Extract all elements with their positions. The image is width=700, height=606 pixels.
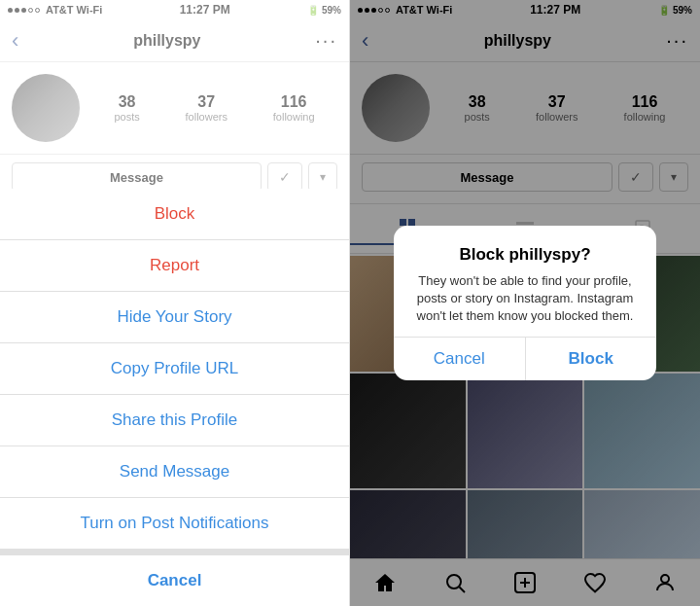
- dialog-buttons: Cancel Block: [394, 337, 656, 380]
- block-dialog: Block phillyspy? They won't be able to f…: [394, 226, 656, 381]
- action-sheet-overlay: Block Report Hide Your Story Copy Profil…: [0, 0, 349, 606]
- right-panel: AT&T Wi-Fi 11:27 PM 🔋 59% ‹ phillyspy ··…: [350, 0, 700, 606]
- dialog-overlay: Block phillyspy? They won't be able to f…: [350, 0, 700, 606]
- action-sheet: Block Report Hide Your Story Copy Profil…: [0, 189, 349, 606]
- action-share-profile[interactable]: Share this Profile: [0, 395, 349, 446]
- action-cancel[interactable]: Cancel: [0, 550, 349, 606]
- dialog-title: Block phillyspy?: [409, 245, 641, 265]
- dialog-cancel-button[interactable]: Cancel: [394, 338, 525, 380]
- dialog-message: They won't be able to find your profile,…: [409, 272, 641, 326]
- action-send-message[interactable]: Send Message: [0, 446, 349, 498]
- action-block[interactable]: Block: [0, 189, 349, 240]
- dialog-content: Block phillyspy? They won't be able to f…: [394, 226, 656, 338]
- action-copy-url[interactable]: Copy Profile URL: [0, 343, 349, 395]
- left-panel: AT&T Wi-Fi 11:27 PM 🔋 59% ‹ phillyspy ··…: [0, 0, 350, 606]
- action-report[interactable]: Report: [0, 240, 349, 292]
- dialog-block-button[interactable]: Block: [525, 338, 657, 380]
- action-hide-story[interactable]: Hide Your Story: [0, 292, 349, 343]
- action-post-notifications[interactable]: Turn on Post Notifications: [0, 498, 349, 550]
